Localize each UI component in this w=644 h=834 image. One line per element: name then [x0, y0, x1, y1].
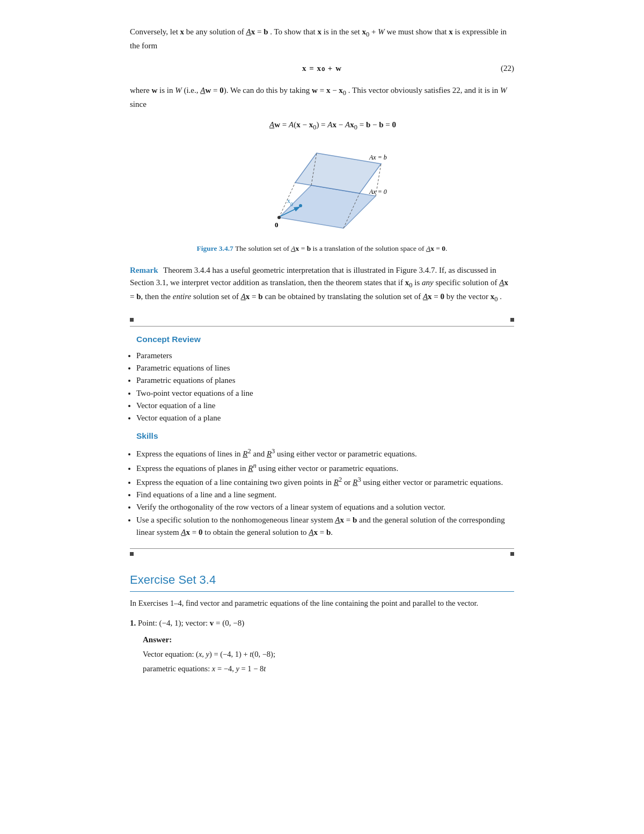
skills-list: Express the equations of lines in R2 and… — [136, 446, 508, 539]
concept-item-4: Two-point vector equations of a line — [136, 387, 508, 400]
skill-item-6: Use a specific solution to the nonhomoge… — [136, 514, 508, 539]
bottom-left-square — [130, 552, 134, 556]
skill-item-4: Find equations of a line and a line segm… — [136, 489, 508, 501]
figure-347: 0 x0 Ax = b Ax = 0 Figure 3.4.7 The solu… — [130, 142, 514, 255]
svg-text:0: 0 — [275, 221, 279, 229]
svg-marker-1 — [295, 153, 381, 193]
skill-item-2: Express the equations of planes in Rn us… — [136, 461, 508, 475]
exercise-1: 1. Point: (−4, 1); vector: v = (0, −8) A… — [130, 617, 514, 675]
top-right-square — [510, 318, 514, 322]
exercise-1-question: 1. Point: (−4, 1); vector: v = (0, −8) — [130, 617, 514, 629]
exercise-1-number: 1. — [130, 619, 136, 627]
remark-block: Remark Theorem 3.4.4 has a useful geomet… — [130, 264, 514, 305]
svg-text:Ax = b: Ax = b — [369, 154, 387, 161]
page-container: Conversely, let x be any solution of Ax … — [91, 0, 553, 714]
concept-item-6: Vector equation of a plane — [136, 412, 508, 424]
bottom-rule-bar — [130, 552, 514, 556]
concept-review-title: Concept Review — [136, 333, 508, 346]
remark-label: Remark — [130, 266, 158, 274]
figure-347-svg: 0 x0 Ax = b Ax = 0 — [236, 142, 408, 239]
concept-item-3: Parametric equations of planes — [136, 374, 508, 387]
svg-text:x0: x0 — [287, 197, 293, 207]
svg-point-8 — [299, 204, 302, 207]
top-rule-line — [130, 326, 514, 327]
skill-item-1: Express the equations of lines in R2 and… — [136, 446, 508, 460]
figure-label: Figure 3.4.7 — [197, 244, 233, 252]
intro-paragraph: Conversely, let x be any solution of Ax … — [130, 26, 514, 53]
skills-title: Skills — [136, 430, 508, 443]
remark-text: Remark Theorem 3.4.4 has a useful geomet… — [130, 264, 514, 305]
concept-item-5: Vector equation of a line — [136, 400, 508, 412]
figure-347-caption: Figure 3.4.7 The solution set of Ax = b … — [197, 243, 448, 255]
skill-item-3: Express the equation of a line containin… — [136, 475, 508, 489]
exercise-1-answer: Answer: Vector equation: (x, y) = (−4, 1… — [143, 634, 514, 675]
parametric-equation-text: parametric equations: x = −4, y = 1 − 8t — [143, 663, 514, 675]
exercise-set-title: Exercise Set 3.4 — [130, 571, 514, 592]
concept-item-1: Parameters — [136, 350, 508, 362]
equation-22-text: x = x₀ + w — [302, 62, 342, 75]
bottom-right-square — [510, 552, 514, 556]
skill-item-5: Verify the orthogonality of the row vect… — [136, 501, 508, 513]
figure-caption-text: The solution set of Ax = b is a translat… — [235, 244, 447, 252]
svg-text:Ax = 0: Ax = 0 — [369, 188, 387, 195]
concept-item-2: Parametric equations of lines — [136, 362, 508, 374]
equation-22-block: x = x₀ + w (22) — [130, 62, 514, 75]
bottom-rule-line — [130, 548, 514, 549]
concept-list: Parameters Parametric equations of lines… — [136, 350, 508, 425]
exercise-intro: In Exercises 1–4, find vector and parame… — [130, 597, 514, 609]
vector-equation-text: Vector equation: (x, y) = (−4, 1) + t(0,… — [143, 648, 514, 660]
equation-22-number: (22) — [501, 62, 514, 75]
answer-label: Answer: — [143, 634, 514, 646]
concept-review-box: Concept Review Parameters Parametric equ… — [130, 318, 514, 556]
top-rule-bar — [130, 318, 514, 322]
where-paragraph: where w is in W (i.e., Aw = 0). We can d… — [130, 84, 514, 111]
aw-equation: Aw = A(x − x0) = Ax − Ax0 = b − b = 0 — [151, 119, 514, 133]
top-left-square — [130, 318, 134, 322]
